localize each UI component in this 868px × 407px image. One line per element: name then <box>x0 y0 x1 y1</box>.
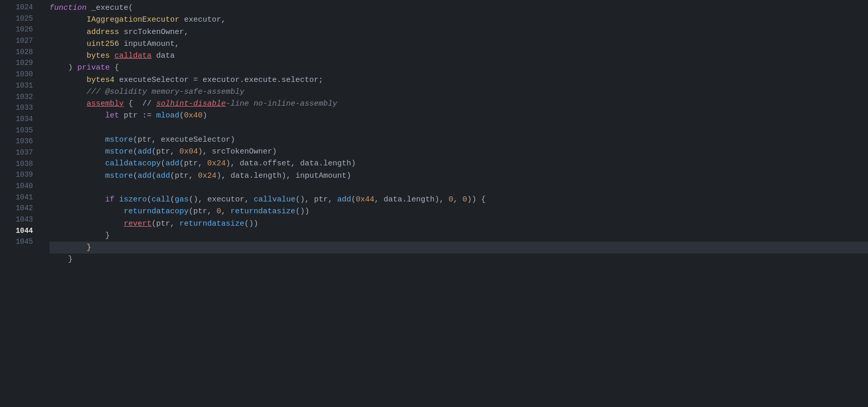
code-line-1042: revert(ptr, returndatasize()) <box>49 218 868 230</box>
token-var: ( <box>161 159 165 168</box>
token-var: // <box>133 99 156 108</box>
token-fn-call: returndatasize <box>179 219 244 228</box>
token-num-literal: 0 <box>448 195 453 204</box>
token-var: } <box>49 231 110 240</box>
token-var: ), srcTokenOwner) <box>198 147 277 156</box>
token-var: , <box>221 207 230 216</box>
code-line-1031: /// @solidity memory-safe-assembly <box>49 86 868 98</box>
code-line-1045: } <box>49 253 868 265</box>
token-kw-assembly: assembly <box>87 99 124 108</box>
token-fn-call: add <box>337 195 351 204</box>
token-var: )) { <box>467 195 486 204</box>
code-line-1036: mstore(add(ptr, 0x04), srcTokenOwner) <box>49 146 868 158</box>
token-fn-call: returndatasize <box>230 207 295 216</box>
token-revert-kw: revert <box>124 219 152 228</box>
line-number-1025: 1025 <box>0 13 41 25</box>
token-fn-call: add <box>165 159 179 168</box>
code-line-1025: IAggregationExecutor executor, <box>49 14 868 26</box>
token-fn-call: returndatacopy <box>49 207 189 216</box>
token-var: ( <box>179 111 184 120</box>
token-no-inline: -line no-inline-assembly <box>226 99 337 108</box>
token-brace-highlight: } <box>49 243 91 252</box>
code-line-1033: let ptr := mload(0x40) <box>49 110 868 122</box>
token-kw-type: bytes <box>49 52 110 60</box>
token-var: ( <box>133 172 138 180</box>
code-line-1030: bytes4 executeSelector = executor.execut… <box>49 74 868 86</box>
code-line-1029: ) private { <box>49 62 868 74</box>
token-kw-function: function <box>49 4 87 12</box>
token-var: (), executor, <box>189 195 254 204</box>
token-kw-private: private <box>77 63 110 72</box>
line-number-1032: 1032 <box>0 92 41 103</box>
token-var: , <box>453 195 462 204</box>
code-line-1040: if iszero(call(gas(), executor, callvalu… <box>49 194 868 206</box>
token-var: ( <box>133 147 138 156</box>
token-hex: 0x24 <box>207 159 226 168</box>
line-number-1033: 1033 <box>0 103 41 114</box>
token-var: srcTokenOwner, <box>119 28 189 37</box>
token-var: (ptr, <box>152 147 179 156</box>
line-number-1030: 1030 <box>0 69 41 80</box>
line-number-1031: 1031 <box>0 80 41 92</box>
line-number-1036: 1036 <box>0 136 41 147</box>
token-var: (ptr, <box>170 172 198 180</box>
token-var <box>110 52 114 60</box>
token-calldata: calldata <box>114 52 152 60</box>
token-kw-type: address <box>49 28 119 37</box>
token-solhint-disable: solhint-disable <box>156 99 226 108</box>
token-kw-if: if <box>49 195 114 204</box>
token-kw-let: let <box>49 111 119 120</box>
code-line-1037: calldatacopy(add(ptr, 0x24), data.offset… <box>49 158 868 169</box>
code-line-1024: function _execute( <box>49 2 868 14</box>
token-var: (ptr, <box>152 219 179 228</box>
line-number-1040: 1040 <box>0 181 41 192</box>
token-var: ( <box>147 195 152 204</box>
code-line-1044: } <box>49 242 868 253</box>
code-line-1043: } <box>49 230 868 242</box>
line-number-1044: 1044 <box>0 226 41 237</box>
token-var: inputAmount, <box>119 40 179 48</box>
token-comment: /// @solidity memory-safe-assembly <box>49 88 244 96</box>
token-var: (ptr, <box>179 159 207 168</box>
token-var: ()) <box>244 219 258 228</box>
token-var: ( <box>170 195 175 204</box>
token-var: ), data.length), inputAmount) <box>216 172 351 180</box>
line-number-1041: 1041 <box>0 192 41 204</box>
token-hex: 0x24 <box>198 172 216 180</box>
line-number-1028: 1028 <box>0 47 41 58</box>
token-kw-type: uint256 <box>49 40 119 48</box>
token-var: ( <box>351 195 356 204</box>
line-number-1029: 1029 <box>0 58 41 69</box>
token-fn-call: add <box>156 172 170 180</box>
token-var: ) <box>203 111 207 120</box>
token-var: } <box>49 255 73 264</box>
token-num-literal: 0 <box>462 195 467 204</box>
token-var: (ptr, executeSelector) <box>133 135 235 144</box>
line-number-gutter: 1024102510261027102810291030103110321033… <box>0 0 41 407</box>
token-fn-call: add <box>138 147 152 156</box>
token-var: { <box>124 99 133 108</box>
line-number-1042: 1042 <box>0 203 41 214</box>
token-hex: 0x04 <box>179 147 198 156</box>
line-number-1035: 1035 <box>0 125 41 137</box>
token-fn-call: calldatacopy <box>49 159 161 168</box>
code-line-1041: returndatacopy(ptr, 0, returndatasize()) <box>49 206 868 217</box>
line-number-1043: 1043 <box>0 214 41 226</box>
token-var: _execute( <box>87 4 133 12</box>
token-fn-call: mload <box>156 111 179 120</box>
token-var: (), ptr, <box>295 195 337 204</box>
line-number-1037: 1037 <box>0 147 41 159</box>
code-editor: 1024102510261027102810291030103110321033… <box>0 0 868 407</box>
token-var: ()) <box>295 207 309 216</box>
code-content[interactable]: function _execute( IAggregationExecutor … <box>41 0 868 407</box>
token-var: ptr := <box>119 111 156 120</box>
token-fn-call: mstore <box>49 172 133 180</box>
token-num-literal: 0 <box>216 207 221 216</box>
token-fn-call: gas <box>175 195 189 204</box>
token-fn-call: call <box>152 195 170 204</box>
code-line-1028: bytes calldata data <box>49 50 868 62</box>
token-kw-type: bytes4 <box>49 76 114 84</box>
token-fn-call: callvalue <box>254 195 295 204</box>
code-line-1035: mstore(ptr, executeSelector) <box>49 134 868 146</box>
token-var <box>49 219 124 228</box>
